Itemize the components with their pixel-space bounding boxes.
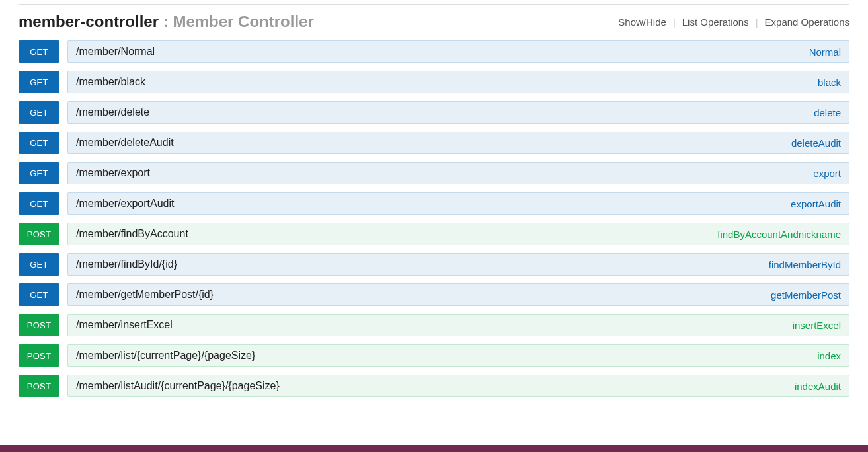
- list-operations-link[interactable]: List Operations: [682, 17, 749, 28]
- operation-row[interactable]: GET/member/deletedelete: [19, 101, 849, 124]
- operation-path[interactable]: /member/deleteAudit: [76, 137, 174, 149]
- http-method-badge[interactable]: POST: [19, 314, 59, 336]
- operation-row[interactable]: GET/member/getMemberPost/{id}getMemberPo…: [19, 283, 849, 306]
- http-method-badge[interactable]: GET: [19, 132, 59, 154]
- operation-bar[interactable]: /member/blackblack: [67, 71, 849, 93]
- operation-row[interactable]: POST/member/insertExcelinsertExcel: [19, 314, 849, 336]
- operation-bar[interactable]: /member/insertExcelinsertExcel: [67, 314, 849, 336]
- http-method-badge[interactable]: GET: [19, 71, 59, 93]
- operation-row[interactable]: GET/member/findById/{id}findMemberById: [19, 253, 849, 276]
- operation-path[interactable]: /member/listAudit/{currentPage}/{pageSiz…: [76, 380, 280, 392]
- operation-path[interactable]: /member/export: [76, 167, 150, 179]
- operation-summary[interactable]: exportAudit: [791, 198, 841, 209]
- operation-summary[interactable]: insertExcel: [793, 320, 841, 331]
- operation-bar[interactable]: /member/deletedelete: [67, 101, 849, 124]
- operation-summary[interactable]: export: [813, 168, 841, 179]
- operation-bar[interactable]: /member/NormalNormal: [67, 40, 849, 63]
- operation-summary[interactable]: findByAccountAndnickname: [717, 229, 841, 240]
- operation-path[interactable]: /member/black: [76, 76, 145, 88]
- controller-title[interactable]: member-controller : Member Controller: [19, 13, 314, 31]
- operation-row[interactable]: POST/member/listAudit/{currentPage}/{pag…: [19, 375, 849, 397]
- operation-path[interactable]: /member/delete: [76, 106, 149, 118]
- operation-bar[interactable]: /member/findById/{id}findMemberById: [67, 253, 849, 276]
- expand-operations-link[interactable]: Expand Operations: [765, 17, 849, 28]
- operation-row[interactable]: POST/member/list/{currentPage}/{pageSize…: [19, 344, 849, 367]
- operation-bar[interactable]: /member/deleteAuditdeleteAudit: [67, 132, 849, 154]
- http-method-badge[interactable]: GET: [19, 40, 59, 63]
- operation-path[interactable]: /member/findByAccount: [76, 228, 188, 240]
- operation-bar[interactable]: /member/listAudit/{currentPage}/{pageSiz…: [67, 375, 849, 397]
- http-method-badge[interactable]: GET: [19, 283, 59, 306]
- operation-bar[interactable]: /member/findByAccountfindByAccountAndnic…: [67, 223, 849, 245]
- operation-path[interactable]: /member/getMemberPost/{id}: [76, 289, 214, 301]
- operation-path[interactable]: /member/insertExcel: [76, 319, 173, 331]
- http-method-badge[interactable]: GET: [19, 253, 59, 276]
- operation-row[interactable]: GET/member/deleteAuditdeleteAudit: [19, 132, 849, 154]
- controller-header[interactable]: member-controller : Member Controller Sh…: [0, 5, 868, 40]
- operations-list: GET/member/NormalNormalGET/member/blackb…: [0, 40, 868, 397]
- operation-summary[interactable]: findMemberById: [769, 259, 841, 270]
- operation-bar[interactable]: /member/list/{currentPage}/{pageSize}ind…: [67, 344, 849, 367]
- operation-path[interactable]: /member/findById/{id}: [76, 258, 177, 270]
- operation-path[interactable]: /member/Normal: [76, 46, 155, 57]
- operation-summary[interactable]: indexAudit: [795, 381, 841, 392]
- operation-path[interactable]: /member/list/{currentPage}/{pageSize}: [76, 350, 255, 361]
- http-method-badge[interactable]: POST: [19, 375, 59, 397]
- action-separator: |: [749, 17, 765, 28]
- http-method-badge[interactable]: GET: [19, 101, 59, 124]
- operation-row[interactable]: GET/member/exportexport: [19, 162, 849, 184]
- http-method-badge[interactable]: POST: [19, 223, 59, 245]
- operation-summary[interactable]: Normal: [809, 46, 841, 57]
- operation-bar[interactable]: /member/exportexport: [67, 162, 849, 184]
- operation-summary[interactable]: black: [818, 77, 841, 88]
- http-method-badge[interactable]: POST: [19, 344, 59, 367]
- http-method-badge[interactable]: GET: [19, 162, 59, 184]
- controller-name[interactable]: member-controller: [19, 13, 159, 30]
- operation-row[interactable]: POST/member/findByAccountfindByAccountAn…: [19, 223, 849, 245]
- operation-summary[interactable]: getMemberPost: [771, 289, 841, 301]
- operation-row[interactable]: GET/member/exportAuditexportAudit: [19, 192, 849, 215]
- controller-separator: :: [159, 13, 173, 30]
- operation-bar[interactable]: /member/getMemberPost/{id}getMemberPost: [67, 283, 849, 306]
- operation-path[interactable]: /member/exportAudit: [76, 198, 175, 209]
- action-separator: |: [666, 17, 682, 28]
- controller-description: Member Controller: [173, 13, 313, 30]
- operation-row[interactable]: GET/member/blackblack: [19, 71, 849, 93]
- operation-summary[interactable]: index: [817, 350, 841, 361]
- operation-summary[interactable]: deleteAudit: [791, 137, 841, 149]
- operation-bar[interactable]: /member/exportAuditexportAudit: [67, 192, 849, 215]
- controller-actions: Show/Hide | List Operations | Expand Ope…: [618, 17, 849, 28]
- http-method-badge[interactable]: GET: [19, 192, 59, 215]
- operation-summary[interactable]: delete: [814, 107, 841, 118]
- operation-row[interactable]: GET/member/NormalNormal: [19, 40, 849, 63]
- show-hide-link[interactable]: Show/Hide: [618, 17, 666, 28]
- bottom-accent-bar: [0, 445, 868, 452]
